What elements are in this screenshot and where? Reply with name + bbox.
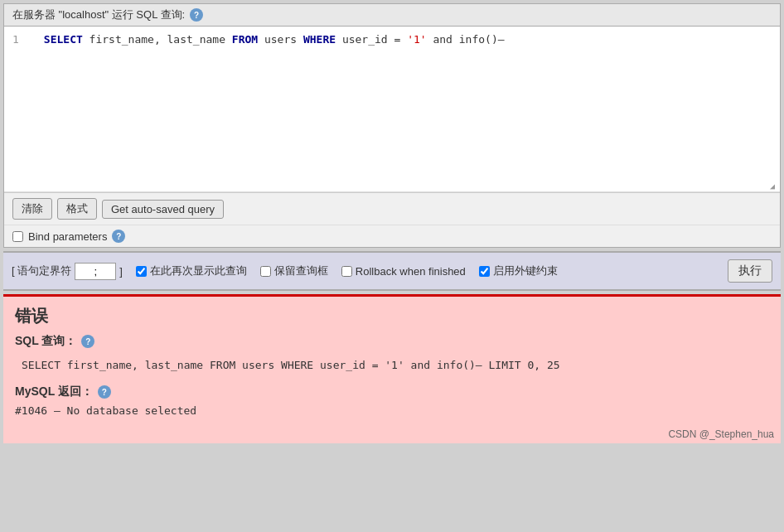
resize-handle[interactable]: ◢ <box>770 181 780 191</box>
header-help-icon[interactable]: ? <box>190 8 203 22</box>
editor-toolbar: 清除 格式 Get auto-saved query <box>4 192 780 225</box>
show-again-label[interactable]: 在此再次显示此查询 <box>136 264 247 278</box>
keep-query-label[interactable]: 保留查询框 <box>260 264 328 278</box>
bind-params-label[interactable]: Bind parameters <box>28 230 107 243</box>
bind-params-row: Bind parameters ? <box>4 225 780 247</box>
keep-query-checkbox[interactable] <box>260 266 271 277</box>
watermark: CSDN @_Stephen_hua <box>3 425 781 443</box>
editor-title-bar: 在服务器 "localhost" 运行 SQL 查询: ? <box>4 4 780 27</box>
sql-query-label-row: SQL 查询： ? <box>15 334 769 349</box>
bind-params-help-icon[interactable]: ? <box>112 230 125 243</box>
sql-editor-area[interactable]: 1 SELECT first_name, last_name FROM user… <box>4 27 780 192</box>
options-bar: [ 语句定界符 ] 在此再次显示此查询 保留查询框 Rollback when … <box>3 251 781 291</box>
line-number-1: 1 <box>12 33 37 46</box>
mysql-return-help-icon[interactable]: ? <box>98 385 111 399</box>
format-button[interactable]: 格式 <box>57 198 97 220</box>
delimiter-input[interactable] <box>75 263 116 280</box>
autosave-button[interactable]: Get auto-saved query <box>102 200 224 219</box>
clear-button[interactable]: 清除 <box>12 198 52 220</box>
rollback-label[interactable]: Rollback when finished <box>341 265 466 278</box>
sql-query-label: SQL 查询： <box>15 334 76 349</box>
foreign-key-checkbox[interactable] <box>479 266 490 277</box>
page-wrapper: 在服务器 "localhost" 运行 SQL 查询: ? 1 SELECT f… <box>0 0 784 447</box>
sql-code-text: SELECT first_name, last_name FROM users … <box>44 33 505 46</box>
mysql-return-row: MySQL 返回： ? <box>15 384 769 399</box>
editor-section: 在服务器 "localhost" 运行 SQL 查询: ? 1 SELECT f… <box>3 3 781 248</box>
delimiter-section: [ 语句定界符 ] <box>12 263 123 280</box>
rollback-checkbox[interactable] <box>341 266 352 277</box>
delimiter-label: [ 语句定界符 <box>12 264 71 278</box>
bind-params-checkbox[interactable] <box>12 231 23 242</box>
sql-query-help-icon[interactable]: ? <box>81 335 94 348</box>
delimiter-end: ] <box>119 265 123 278</box>
foreign-key-label[interactable]: 启用外键约束 <box>479 264 558 278</box>
mysql-return-label: MySQL 返回： <box>15 384 93 399</box>
error-title: 错误 <box>15 305 769 327</box>
show-again-checkbox[interactable] <box>136 266 147 277</box>
error-section: 错误 SQL 查询： ? SELECT first_name, last_nam… <box>3 294 781 425</box>
error-code: #1046 – No database selected <box>15 404 769 417</box>
sql-line-1: 1 SELECT first_name, last_name FROM user… <box>12 33 772 46</box>
sql-query-text: SELECT first_name, last_name FROM users … <box>22 359 560 371</box>
editor-title: 在服务器 "localhost" 运行 SQL 查询: <box>12 7 185 22</box>
sql-query-display: SELECT first_name, last_name FROM users … <box>15 355 769 375</box>
run-button[interactable]: 执行 <box>728 259 772 283</box>
